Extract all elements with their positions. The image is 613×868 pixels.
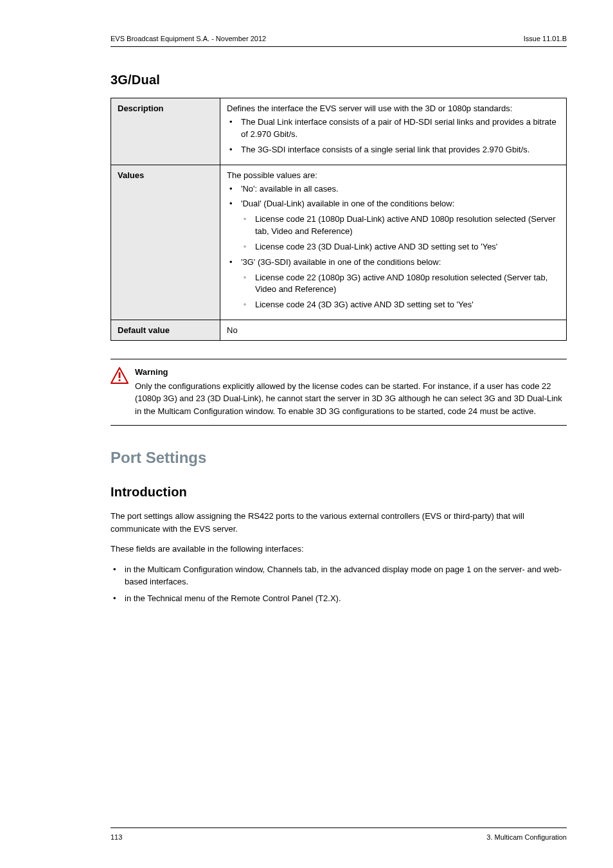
table-row: Values The possible values are: 'No': av… [111,165,567,320]
list-item: License code 24 (3D 3G) active AND 3D se… [241,299,560,311]
row-value-description: Defines the interface the EVS server wil… [220,98,567,165]
warning-text: Only the configurations explicitly allow… [135,381,562,416]
list-item: in the Technical menu of the Remote Cont… [111,592,567,605]
row-label-default: Default value [111,320,220,341]
warning-icon [111,366,129,417]
list-item: '3G' (3G-SDI) available in one of the co… [227,257,560,311]
list-item: in the Multicam Configuration window, Ch… [111,563,567,588]
page-header: EVS Broadcast Equipment S.A. - November … [111,35,567,46]
row-label-description: Description [111,98,220,165]
list-item: The Dual Link interface consists of a pa… [227,116,560,141]
list-item: License code 22 (1080p 3G) active AND 10… [241,272,560,296]
warning-title: Warning [135,366,567,379]
section-title-port-settings: Port Settings [111,449,567,467]
footer-section: 3. Multicam Configuration [486,833,567,841]
row-value-default: No [220,320,567,341]
subsection-title-introduction: Introduction [111,485,567,500]
values-intro: The possible values are: [227,170,560,180]
paragraph: The port settings allow assigning the RS… [111,510,567,535]
page-footer: 113 3. Multicam Configuration [111,827,567,841]
table-row: Default value No [111,320,567,341]
svg-rect-1 [119,372,121,378]
header-rule [111,46,567,47]
description-intro: Defines the interface the EVS server wil… [227,104,560,113]
list-item-text: 'Dual' (Dual-Link) available in one of t… [241,199,454,208]
header-left: EVS Broadcast Equipment S.A. - November … [111,35,266,42]
section-title-3g-dual: 3G/Dual [111,73,567,87]
list-item: The 3G-SDI interface consists of a singl… [227,144,560,156]
row-value-values: The possible values are: 'No': available… [220,165,567,320]
list-item: 'No': available in all cases. [227,183,560,195]
row-label-values: Values [111,165,220,320]
svg-rect-2 [119,379,121,381]
paragraph: These fields are available in the follow… [111,543,567,556]
page-number: 113 [111,833,122,841]
table-row: Description Defines the interface the EV… [111,98,567,165]
list-item: License code 21 (1080p Dual-Link) active… [241,213,560,238]
header-right: Issue 11.01.B [524,35,567,42]
warning-block: Warning Only the configurations explicit… [111,359,567,426]
list-item-text: '3G' (3G-SDI) available in one of the co… [241,257,441,267]
list-item: 'Dual' (Dual-Link) available in one of t… [227,198,560,253]
list-item: License code 23 (3D Dual-Link) active AN… [241,241,560,253]
definition-table: Description Defines the interface the EV… [111,98,567,341]
